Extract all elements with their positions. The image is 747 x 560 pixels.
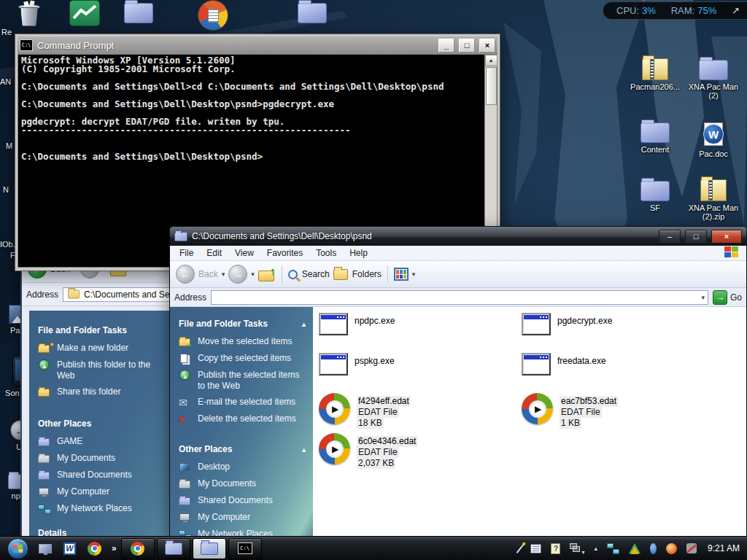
file-list-area[interactable]: npdpc.exe pgdecrypt.exe pspkg.exe freeda… [313, 307, 746, 538]
quicklaunch-word[interactable]: W [63, 542, 76, 555]
file-size: 2,037 KB [357, 458, 395, 469]
close-button[interactable]: × [711, 230, 742, 244]
desktop-icon-folder-1[interactable] [111, 3, 166, 23]
tray-disabled-icon[interactable] [686, 543, 697, 553]
task-label: Share this folder [57, 386, 120, 397]
menu-tools[interactable]: Tools [309, 248, 343, 258]
desktop-icon-chart-app[interactable] [57, 0, 112, 26]
views-button[interactable] [394, 268, 409, 281]
places-header-label: Other Places [38, 419, 91, 429]
place-label: My Network Places [57, 503, 132, 514]
forward-button[interactable]: → [228, 265, 247, 284]
main-titlebar[interactable]: C:\Documents and Settings\Dell\Desktop\p… [170, 227, 746, 246]
tray-help-icon[interactable]: ? [551, 543, 560, 554]
show-hidden-icons[interactable]: ▴ [594, 545, 597, 552]
back-button[interactable]: ← [176, 265, 195, 284]
desktop-icon-xna-folder[interactable]: XNA Pac Man (2) [684, 60, 743, 100]
desktop-icon-pacman-zip[interactable]: Pacman206... [626, 58, 684, 91]
file-tile-f4294eff[interactable]: ▶ f4294eff.edat EDAT File 18 KB [319, 393, 522, 433]
file-tile-pspkg[interactable]: pspkg.exe [319, 353, 522, 393]
folders-button[interactable]: Folders [333, 269, 382, 280]
desktop-label-m[interactable]: M [6, 141, 12, 150]
taskbar-clock[interactable]: 9:21 AM [708, 543, 740, 553]
expand-arrow-icon[interactable]: ↗ [732, 5, 740, 16]
task-publish-selected[interactable]: Publish the selected items to the Web [179, 370, 306, 392]
back-dropdown-icon[interactable]: ▾ [222, 271, 225, 278]
views-dropdown-icon[interactable]: ▾ [412, 271, 416, 278]
place-my-computer[interactable]: My Computer [179, 512, 306, 524]
folders-icon [333, 269, 348, 280]
tray-stylus-icon[interactable] [516, 543, 525, 553]
file-tile-npdpc[interactable]: npdpc.exe [319, 313, 522, 353]
quicklaunch-computer[interactable] [39, 544, 52, 553]
tray-network-icon[interactable] [607, 543, 619, 554]
task-move-selected[interactable]: → Move the selected items [179, 336, 306, 348]
folders-label: Folders [352, 269, 382, 279]
tray-media-icon[interactable] [650, 543, 657, 554]
desktop-label-an[interactable]: AN [0, 77, 11, 86]
menu-view[interactable]: View [228, 248, 260, 258]
menu-edit[interactable]: Edit [200, 248, 228, 258]
tray-drive-icon[interactable] [629, 543, 640, 553]
place-my-documents[interactable]: My Documents [179, 478, 306, 490]
media-file-icon: ▶ [319, 393, 350, 424]
file-tile-eac7bf53[interactable]: ▶ eac7bf53.edat EDAT File 1 KB [522, 393, 724, 433]
task-copy-selected[interactable]: Copy the selected items [179, 353, 306, 365]
file-size: 1 KB [560, 418, 581, 429]
desktop-icon-xna-zip[interactable]: XNA Pac Man (2).zip [684, 179, 743, 221]
start-button[interactable] [7, 538, 28, 559]
tray-journal-icon[interactable] [530, 544, 541, 553]
forward-dropdown-icon[interactable]: ▾ [251, 271, 255, 278]
tasks-header-label: File and Folder Tasks [179, 319, 268, 329]
cmd-titlebar[interactable]: C:\ Command Prompt _ □ × [18, 36, 498, 54]
desktop-icon-java-app[interactable] [184, 0, 242, 31]
tray-antivirus-icon[interactable] [666, 543, 677, 554]
search-button[interactable]: Search [288, 269, 330, 279]
maximize-button[interactable]: □ [685, 230, 707, 244]
performance-widget[interactable]: CPU: 3% RAM: 75% ↗ [603, 1, 747, 20]
up-button[interactable]: ↑ [258, 267, 276, 281]
icon-label: Pacman206... [630, 82, 680, 91]
quicklaunch-expand-icon[interactable]: » [112, 543, 115, 553]
taskbar-button-cmd[interactable]: C:\ [228, 538, 262, 559]
media-file-icon: ▶ [319, 433, 350, 464]
place-shared-documents[interactable]: Shared Documents [179, 495, 306, 507]
up-arrow-icon: ↑ [270, 265, 276, 277]
minimize-button[interactable]: – [659, 230, 681, 244]
cmd-maximize-button[interactable]: □ [459, 39, 475, 52]
desktop-icon-content[interactable]: Content [626, 122, 684, 154]
taskbar-button-folder-1[interactable] [157, 538, 190, 559]
menu-file[interactable]: File [173, 248, 200, 258]
file-tile-6c0e4346[interactable]: ▶ 6c0e4346.edat EDAT File 2,037 KB [319, 433, 522, 473]
quicklaunch-chrome[interactable] [88, 542, 101, 556]
desktop-icon-sf[interactable]: SF [626, 181, 684, 212]
scroll-up-icon[interactable]: ▲ [485, 55, 498, 66]
desktop-label-re[interactable]: Re [1, 28, 12, 36]
menu-help[interactable]: Help [343, 248, 374, 258]
tray-windows-icon[interactable]: ▾ [570, 543, 584, 554]
taskbar-button-folder-2-active[interactable] [193, 538, 226, 559]
desktop-icon-recycle-bin[interactable] [3, 1, 55, 26]
tasks-section-header[interactable]: File and Folder Tasks ▴ [179, 319, 306, 329]
menu-favorites[interactable]: Favorites [260, 248, 309, 258]
ram-label: RAM: [671, 5, 695, 16]
place-desktop[interactable]: Desktop [179, 462, 306, 473]
scroll-thumb[interactable] [486, 67, 497, 105]
desktop-icon-pac-doc[interactable]: W Pac.doc [684, 121, 743, 158]
task-delete-selected[interactable]: × Delete the selected items [179, 413, 306, 425]
desktop-label-n[interactable]: N [3, 185, 9, 194]
places-section-header[interactable]: Other Places ▴ [179, 444, 306, 454]
desktop-icon-folder-2[interactable] [285, 3, 340, 23]
address-dropdown-icon[interactable]: ▾ [701, 294, 705, 301]
go-button[interactable]: → Go [713, 290, 742, 305]
taskbar-button-chrome[interactable] [121, 538, 155, 559]
address-field[interactable]: ▾ [211, 290, 708, 305]
task-email-selected[interactable]: ✉ E-mail the selected items [179, 397, 306, 408]
collapse-icon[interactable]: ▴ [302, 446, 306, 454]
file-tile-pgdecrypt[interactable]: pgdecrypt.exe [522, 313, 724, 353]
explorer-window-main[interactable]: C:\Documents and Settings\Dell\Desktop\p… [169, 226, 747, 538]
cmd-close-button[interactable]: × [479, 39, 495, 52]
file-tile-freedata[interactable]: freedata.exe [522, 353, 724, 393]
collapse-icon[interactable]: ▴ [302, 320, 306, 328]
cmd-minimize-button[interactable]: _ [438, 39, 454, 52]
